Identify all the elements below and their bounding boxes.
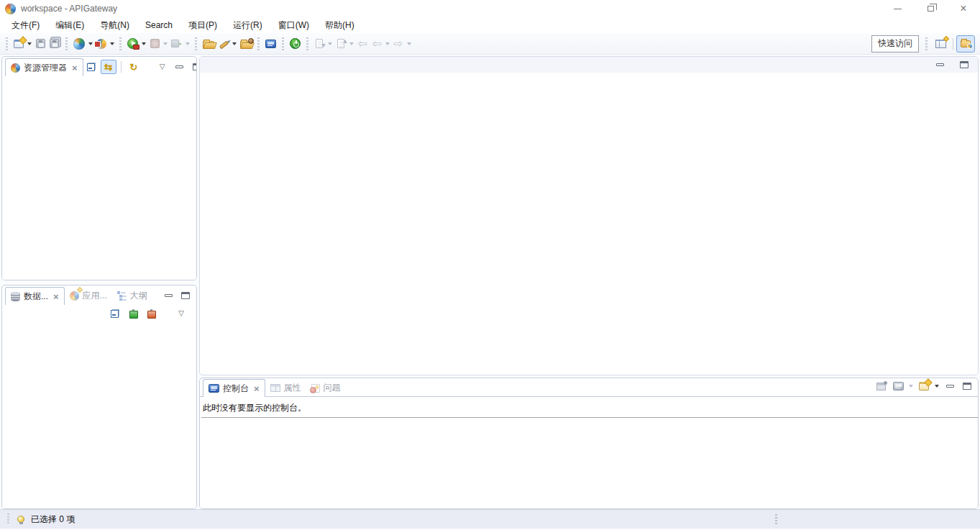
tab-properties[interactable]: 属性: [265, 380, 306, 396]
data-panel-content[interactable]: [2, 323, 196, 508]
console-minimize-button[interactable]: [942, 379, 958, 393]
gateway-tool-dropdown[interactable]: [109, 35, 116, 52]
resource-perspective-button[interactable]: [956, 35, 975, 52]
open-archive-button[interactable]: [238, 35, 254, 52]
menu-help[interactable]: 帮助(H): [317, 17, 362, 34]
open-console-button[interactable]: [916, 379, 932, 393]
marker-button[interactable]: [216, 35, 231, 52]
statusbar-grip-right[interactable]: [775, 514, 777, 526]
console-panel: 控制台 × 属性 问题: [199, 378, 979, 509]
power-button[interactable]: [288, 35, 303, 52]
quick-access-button[interactable]: 快速访问: [871, 35, 919, 52]
stop-dropdown[interactable]: [162, 35, 169, 52]
resource-explorer-icon: [11, 63, 20, 73]
menu-edit[interactable]: 编辑(E): [47, 17, 92, 34]
window-restore-button[interactable]: [914, 0, 947, 17]
display-console-button[interactable]: [890, 379, 906, 393]
open-console-dropdown[interactable]: [933, 378, 940, 395]
data-panel-maximize-button[interactable]: [178, 288, 193, 303]
data-collapse-all-button[interactable]: [107, 306, 123, 321]
console-content[interactable]: [200, 418, 978, 508]
run-dropdown[interactable]: [140, 35, 147, 52]
panel-maximize-icon: [960, 61, 968, 68]
window-title: workspace - APIGateway: [21, 4, 117, 14]
open-folder-icon: [203, 41, 214, 49]
refresh-button[interactable]: ↻: [126, 60, 142, 74]
stop-button[interactable]: [147, 35, 162, 52]
forward-dropdown[interactable]: [406, 35, 413, 52]
display-console-dropdown[interactable]: [907, 378, 915, 395]
forward-button[interactable]: ⇨: [391, 35, 406, 52]
explorer-view-menu-button[interactable]: ▽: [155, 60, 170, 74]
explorer-maximize-button[interactable]: [189, 60, 197, 74]
resume-dropdown[interactable]: [184, 35, 191, 52]
tab-console[interactable]: 控制台 ×: [203, 379, 265, 397]
menu-window[interactable]: 窗口(W): [270, 17, 317, 34]
window-close-button[interactable]: ×: [947, 0, 980, 17]
previous-annotation-dropdown[interactable]: [348, 35, 355, 52]
toolbar-grip[interactable]: [257, 37, 260, 50]
tab-resource-explorer[interactable]: 资源管理器 ×: [5, 58, 83, 76]
explorer-panel-header: 资源管理器 × ⇆ ↻ ▽: [2, 57, 196, 76]
toolbar-grip[interactable]: [6, 37, 8, 50]
menu-file[interactable]: 文件(F): [4, 17, 47, 34]
toolbar-grip[interactable]: [195, 37, 197, 50]
disconnect-button[interactable]: [143, 306, 159, 321]
pin-console-icon: [876, 383, 886, 390]
toolbar-grip[interactable]: [306, 37, 308, 50]
tab-outline[interactable]: 大纲: [112, 288, 152, 304]
explorer-minimize-button[interactable]: [172, 60, 188, 74]
menu-navigate[interactable]: 导航(N): [92, 17, 137, 34]
console-maximize-button[interactable]: [959, 379, 975, 393]
close-data-tab[interactable]: ×: [53, 292, 59, 301]
run-icon: [127, 38, 138, 49]
link-with-editor-button[interactable]: ⇆: [101, 60, 116, 74]
deploy-gateway-button[interactable]: [71, 35, 87, 52]
close-resource-explorer-tab[interactable]: ×: [72, 63, 78, 73]
data-panel-minimize-button[interactable]: [160, 288, 176, 303]
data-view-menu-button[interactable]: ▽: [173, 306, 189, 321]
pin-console-button[interactable]: [873, 379, 889, 393]
marker-dropdown[interactable]: [231, 35, 238, 52]
next-annotation-dropdown[interactable]: [326, 35, 334, 52]
toolbar-grip[interactable]: [119, 37, 122, 50]
explorer-tree-area[interactable]: [2, 76, 196, 280]
next-annotation-button[interactable]: [312, 35, 326, 52]
close-console-tab[interactable]: ×: [254, 384, 260, 393]
tab-problems[interactable]: 问题: [306, 380, 346, 396]
new-wizard-button[interactable]: [12, 35, 26, 52]
menu-run[interactable]: 运行(R): [225, 17, 270, 34]
gateway-tool-button[interactable]: [94, 35, 109, 52]
back-dropdown[interactable]: [384, 35, 391, 52]
save-all-button[interactable]: [47, 35, 62, 52]
last-edit-location-button[interactable]: ⇦: [355, 35, 370, 52]
toolbar-grip[interactable]: [65, 37, 68, 50]
resume-button[interactable]: [169, 35, 184, 52]
tab-application[interactable]: 应用...: [65, 288, 112, 304]
menu-project[interactable]: 项目(P): [180, 17, 225, 34]
open-perspective-button[interactable]: [931, 35, 950, 52]
toolbar-grip[interactable]: [282, 37, 284, 50]
editor-minimize-button[interactable]: [932, 58, 948, 72]
app-logo-icon: [5, 4, 16, 14]
power-icon: [290, 38, 301, 49]
collapse-all-button[interactable]: [83, 60, 99, 74]
run-button[interactable]: [125, 35, 140, 52]
menu-search[interactable]: Search: [137, 18, 180, 32]
back-button[interactable]: ⇦: [370, 35, 384, 52]
editor-tab-strip: [200, 57, 978, 73]
connect-button[interactable]: [125, 306, 141, 321]
open-archive-icon: [240, 41, 252, 49]
tab-data[interactable]: 数据... ×: [5, 287, 65, 305]
console-view-button[interactable]: [263, 35, 278, 52]
save-button[interactable]: [33, 35, 47, 52]
perspective-bar-grip[interactable]: [925, 37, 928, 50]
statusbar-grip[interactable]: [7, 513, 9, 525]
new-wizard-dropdown[interactable]: [26, 35, 33, 52]
window-minimize-button[interactable]: [881, 0, 914, 17]
open-folder-button[interactable]: [201, 35, 216, 52]
editor-maximize-button[interactable]: [956, 58, 972, 72]
previous-annotation-button[interactable]: [334, 35, 348, 52]
console-panel-toolbar: [873, 378, 975, 396]
deploy-gateway-dropdown[interactable]: [87, 35, 94, 52]
